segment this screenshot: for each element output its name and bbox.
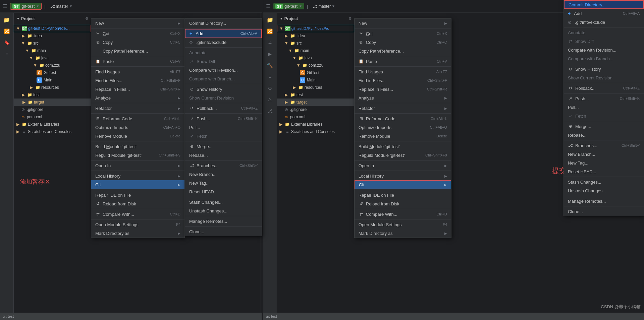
rsubmenu-unstash[interactable]: Unstash Changes... (564, 186, 644, 195)
submenu-pull[interactable]: Pull... (185, 123, 262, 132)
tree-resources-r[interactable]: ▶ 📁 resources (277, 84, 354, 91)
rsubmenu-add[interactable]: +Add Ctrl+Alt+A (564, 9, 644, 18)
rsubmenu-fetch[interactable]: ↙Fetch (564, 112, 644, 120)
rmenu-optimize[interactable]: Optimize Imports Ctrl+Alt+O (355, 123, 451, 132)
menu-rebuild-module[interactable]: Rebuild Module 'git-test' Ctrl+Shift+F9 (91, 151, 184, 159)
tree-resources[interactable]: ▶ 📁 resources (14, 84, 91, 91)
menu-build-module[interactable]: Build Module 'git-test' (91, 142, 184, 151)
app-icon-btn-r[interactable]: GT git-test ▼ (273, 3, 304, 9)
rmenu-mark-directory[interactable]: Mark Directory as ▶ (355, 229, 451, 238)
rsubmenu-commit-dir[interactable]: Commit Directory... (564, 0, 644, 9)
rsubmenu-show-current-rev[interactable]: Show Current Revision (564, 73, 644, 82)
submenu-rollback[interactable]: ↺Rollback... Ctrl+Alt+Z (185, 104, 262, 113)
tree-main-java-r[interactable]: C Main (277, 76, 354, 84)
submenu-show-history[interactable]: ⊙Show History (185, 85, 262, 93)
menu-mark-directory[interactable]: Mark Directory as ▶ (91, 229, 184, 238)
hamburger-icon-r[interactable]: ☰ (266, 3, 271, 9)
tree-idea[interactable]: ▶ 📁 .idea (14, 32, 91, 40)
submenu-clone[interactable]: Clone... (185, 227, 262, 236)
rmenu-reload[interactable]: ↺Reload from Disk (355, 199, 451, 208)
rsubmenu-manage-remotes[interactable]: Manage Remotes... (564, 197, 644, 205)
rsubmenu-merge[interactable]: ⊕Merge... (564, 122, 644, 131)
tree-gittest[interactable]: C GitTest (14, 69, 91, 76)
submenu-stash[interactable]: Stash Changes... (185, 198, 262, 206)
rsubmenu-git-exclude[interactable]: ⊘.git/info/exclude (564, 18, 644, 26)
rsubmenu-compare-rev[interactable]: Compare with Revision... (564, 46, 644, 54)
tree-src[interactable]: ▼ 📁 src (14, 40, 91, 47)
diff-icon-r[interactable]: ⇄ (265, 38, 275, 48)
bookmark-icon[interactable]: 🔖 (2, 38, 12, 48)
submenu-git-exclude[interactable]: ⊘.git/info/exclude (185, 38, 262, 47)
rsubmenu-compare-branch[interactable]: Compare with Branch... (564, 54, 644, 63)
menu-find-in-files[interactable]: Find in Files... Ctrl+Shift+F (91, 76, 184, 85)
tree-java-r[interactable]: ▼ 📁 java (277, 54, 354, 62)
rmenu-rebuild[interactable]: Rebuild Module 'git-test' Ctrl+Shift+F9 (355, 151, 451, 159)
rmenu-build[interactable]: Build Module 'git-test' (355, 142, 451, 151)
submenu-compare-revision[interactable]: Compare with Revision... (185, 66, 262, 74)
tree-root-r[interactable]: ▼ GT git-test D:\Py...\IdeaPro (277, 25, 354, 32)
rsubmenu-branches[interactable]: ⎇Branches... Ctrl+Shift+' (564, 141, 644, 150)
rmenu-refactor[interactable]: Refactor ▶ (355, 104, 451, 113)
submenu-rebase[interactable]: Rebase... (185, 151, 262, 159)
list-icon-r[interactable]: ≡ (265, 72, 275, 82)
menu-refactor[interactable]: Refactor ▶ (91, 104, 184, 113)
tree-test[interactable]: ▶ 📁 test (14, 91, 91, 99)
submenu-annotate[interactable]: Annotate (185, 48, 262, 57)
menu-copy-path[interactable]: Copy Path/Reference... (91, 47, 184, 55)
branch-btn-r[interactable]: ⎇ master ▼ (311, 3, 337, 9)
menu-git[interactable]: Git ▶ (91, 180, 184, 189)
tree-comzzu-r[interactable]: ▼ 📁 com.zzu (277, 62, 354, 69)
submenu-show-diff[interactable]: ⇄Show Diff (185, 57, 262, 66)
submenu-reset-head[interactable]: Reset HEAD... (185, 187, 262, 196)
rsubmenu-push[interactable]: ↗Push... Ctrl+Shift+K (564, 94, 644, 103)
rmenu-git[interactable]: Git ▶ (355, 180, 451, 189)
tree-java[interactable]: ▼ 📁 java (14, 54, 91, 62)
rmenu-cut[interactable]: ✂Cut Ctrl+X (355, 29, 451, 38)
submenu-compare-branch[interactable]: Compare with Branch... (185, 74, 262, 83)
rmenu-find-usages[interactable]: Find Usages Alt+F7 (355, 67, 451, 76)
submenu-push[interactable]: ↗Push... Ctrl+Shift+K (185, 114, 262, 123)
rsubmenu-pull[interactable]: Pull... (564, 103, 644, 112)
submenu-merge[interactable]: ⊕Merge... (185, 142, 262, 151)
project-header[interactable]: ▼ Project ⚙ (14, 13, 91, 25)
tree-scratches-r[interactable]: ▶ ≡ Scratches and Consoles (277, 128, 354, 135)
vcs-icon-r[interactable]: 🔀 (265, 26, 275, 36)
rmenu-analyze[interactable]: Analyze ▶ (355, 93, 451, 102)
rmenu-reformat[interactable]: ⊞Reformat Code Ctrl+Alt+L (355, 114, 451, 123)
project-header-r[interactable]: ▼ Project ⚙ (277, 13, 354, 25)
tree-target[interactable]: ▶ 📁 target (14, 99, 91, 106)
menu-remove-module[interactable]: Remove Module Delete (91, 132, 184, 140)
rsubmenu-show-history[interactable]: ⊙Show History (564, 65, 644, 73)
submenu-fetch[interactable]: ↙Fetch (185, 132, 262, 140)
folder-icon-r[interactable]: 📁 (265, 15, 275, 25)
rmenu-find-in-files[interactable]: Find in Files... Ctrl+Shift+F (355, 76, 451, 85)
submenu-show-current-rev[interactable]: Show Current Revision (185, 93, 262, 102)
menu-find-usages[interactable]: Find Usages Alt+F7 (91, 67, 184, 76)
tree-comzzu[interactable]: ▼ 📁 com.zzu (14, 62, 91, 69)
rmenu-paste[interactable]: 📋Paste Ctrl+V (355, 57, 451, 66)
structure-icon[interactable]: ≡ (2, 49, 12, 59)
branch-btn[interactable]: ⎇ master ▼ (48, 3, 75, 9)
rsubmenu-new-tag[interactable]: New Tag... (564, 158, 644, 167)
tree-external-libs[interactable]: ▶ 📁 External Libraries (14, 121, 91, 128)
submenu-manage-remotes[interactable]: Manage Remotes... (185, 217, 262, 226)
menu-open-in[interactable]: Open In ▶ (91, 161, 184, 170)
menu-paste[interactable]: 📋Paste Ctrl+V (91, 57, 184, 66)
submenu-new-tag[interactable]: New Tag... (185, 179, 262, 187)
menu-copy[interactable]: ⧉Copy Ctrl+C (91, 38, 184, 47)
tree-gitignore[interactable]: ⊘ .gitignore (14, 106, 91, 113)
submenu-new-branch[interactable]: New Branch... (185, 170, 262, 179)
tree-test-r[interactable]: ▶ 📁 test (277, 91, 354, 99)
menu-replace-in-files[interactable]: Replace in Files... Ctrl+Shift+R (91, 85, 184, 93)
tree-root[interactable]: ▼ GT git-test D:\Python\IdeaPro (14, 25, 91, 32)
menu-compare-with[interactable]: ⇄Compare With... Ctrl+D (91, 210, 184, 218)
rmenu-local-history[interactable]: Local History ▶ (355, 172, 451, 180)
submenu-commit-dir[interactable]: Commit Directory... (185, 19, 262, 27)
tree-gittest-r[interactable]: C GitTest (277, 69, 354, 76)
tree-target-r[interactable]: ▶ 📁 target (277, 99, 354, 106)
rmenu-copy-path[interactable]: Copy Path/Reference... (355, 47, 451, 55)
rmenu-compare[interactable]: ⇄Compare With... Ctrl+D (355, 210, 451, 218)
tree-pomxml[interactable]: m pom.xml (14, 113, 91, 121)
hamburger-icon[interactable]: ☰ (3, 3, 7, 9)
tree-gitignore-r[interactable]: ⊘ .gitignore (277, 106, 354, 113)
